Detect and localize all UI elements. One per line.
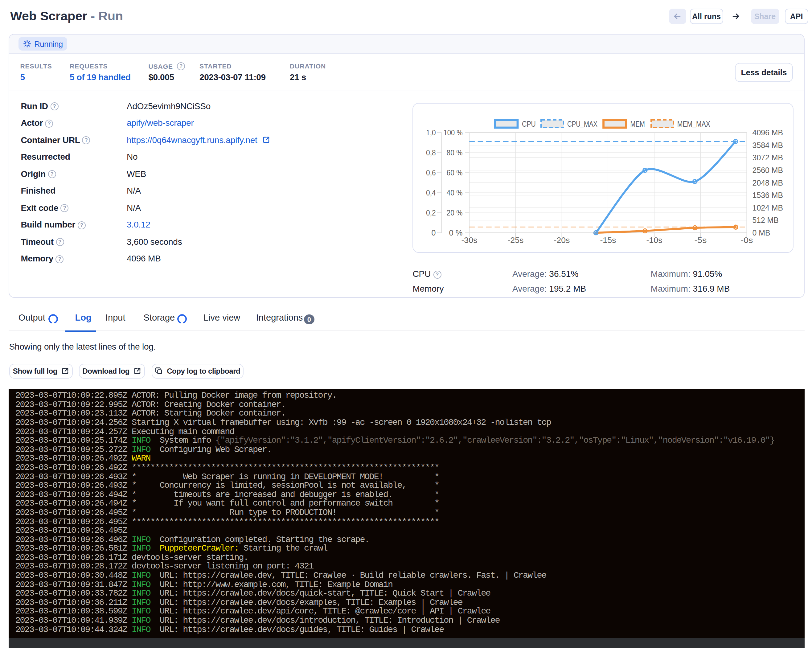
- svg-text:512 MB: 512 MB: [752, 216, 779, 224]
- svg-text:-30s: -30s: [461, 236, 478, 244]
- svg-text:1536 MB: 1536 MB: [752, 191, 783, 200]
- svg-text:1,0: 1,0: [426, 128, 436, 137]
- svg-text:-20s: -20s: [554, 236, 570, 244]
- svg-text:0 MB: 0 MB: [752, 229, 770, 237]
- svg-text:40 %: 40 %: [447, 188, 463, 197]
- svg-text:0,8: 0,8: [426, 148, 436, 157]
- svg-text:0,4: 0,4: [426, 188, 436, 197]
- svg-text:4096 MB: 4096 MB: [752, 128, 783, 137]
- svg-text:100 %: 100 %: [444, 128, 463, 137]
- svg-text:0,6: 0,6: [426, 168, 436, 177]
- svg-text:-5s: -5s: [694, 236, 707, 244]
- svg-text:2560 MB: 2560 MB: [752, 166, 783, 174]
- svg-text:20 %: 20 %: [447, 208, 463, 217]
- svg-text:3072 MB: 3072 MB: [752, 153, 783, 162]
- svg-text:60 %: 60 %: [447, 168, 463, 177]
- svg-text:-10s: -10s: [646, 236, 662, 244]
- svg-text:MEM: MEM: [630, 119, 645, 128]
- svg-text:2048 MB: 2048 MB: [752, 178, 783, 187]
- svg-text:-15s: -15s: [600, 236, 616, 244]
- svg-text:MEM_MAX: MEM_MAX: [677, 119, 710, 128]
- svg-text:0 %: 0 %: [449, 229, 463, 237]
- svg-text:0,2: 0,2: [426, 208, 436, 217]
- svg-text:CPU_MAX: CPU_MAX: [567, 119, 597, 128]
- svg-text:-0s: -0s: [741, 236, 753, 244]
- svg-text:0: 0: [432, 229, 436, 237]
- svg-text:-25s: -25s: [508, 236, 524, 244]
- svg-text:3584 MB: 3584 MB: [752, 141, 783, 149]
- svg-text:1024 MB: 1024 MB: [752, 203, 783, 212]
- svg-text:CPU: CPU: [522, 119, 536, 128]
- svg-text:80 %: 80 %: [447, 148, 463, 157]
